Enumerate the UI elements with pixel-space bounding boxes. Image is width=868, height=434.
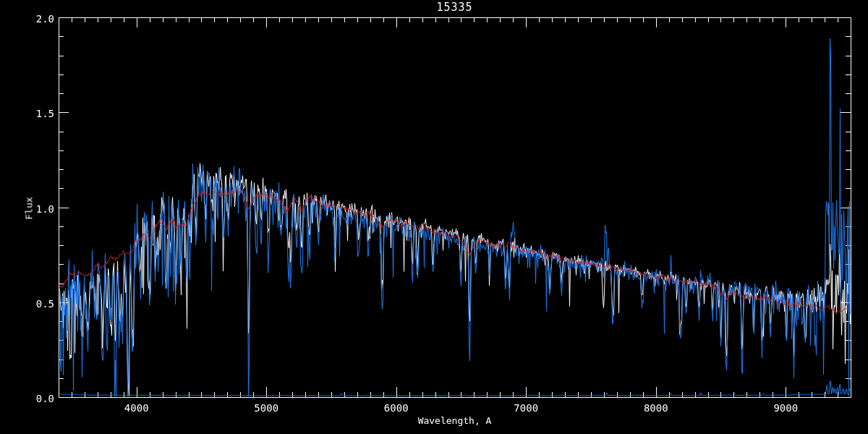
x-tick-label: 9000 — [773, 402, 798, 414]
x-tick-label: 4000 — [124, 402, 149, 414]
y-tick-label: 1.5 — [36, 108, 54, 119]
plot-title: 15335 — [59, 1, 851, 14]
spectrum-figure: 15335 Wavelength, A Flux 400050006000700… — [0, 0, 868, 434]
x-tick-label: 7000 — [514, 402, 538, 414]
x-tick-label: 8000 — [644, 402, 668, 414]
y-axis-label: Flux — [24, 197, 35, 219]
y-tick-label: 0.5 — [36, 298, 54, 310]
x-tick-label: 5000 — [254, 402, 278, 414]
spectrum-plot-canvas — [0, 0, 868, 434]
x-tick-label: 6000 — [384, 402, 409, 414]
x-axis-label: Wavelength, A — [59, 415, 851, 426]
y-tick-label: 0.0 — [36, 393, 54, 404]
y-tick-label: 1.0 — [36, 203, 54, 215]
y-tick-label: 2.0 — [36, 13, 54, 25]
